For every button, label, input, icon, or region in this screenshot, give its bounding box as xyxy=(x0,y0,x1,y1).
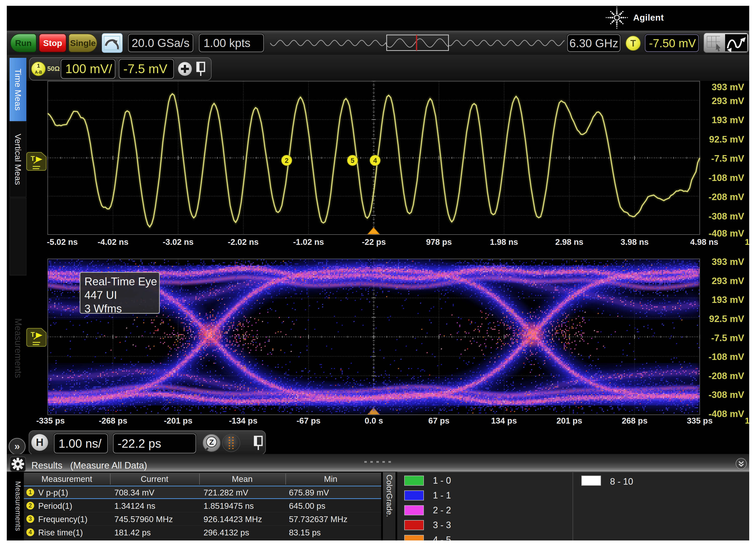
svg-text:T: T xyxy=(31,331,35,338)
svg-text:T: T xyxy=(31,155,35,162)
svg-text:5: 5 xyxy=(350,157,354,164)
svg-text:2: 2 xyxy=(285,157,288,164)
svg-text:4: 4 xyxy=(373,157,377,164)
